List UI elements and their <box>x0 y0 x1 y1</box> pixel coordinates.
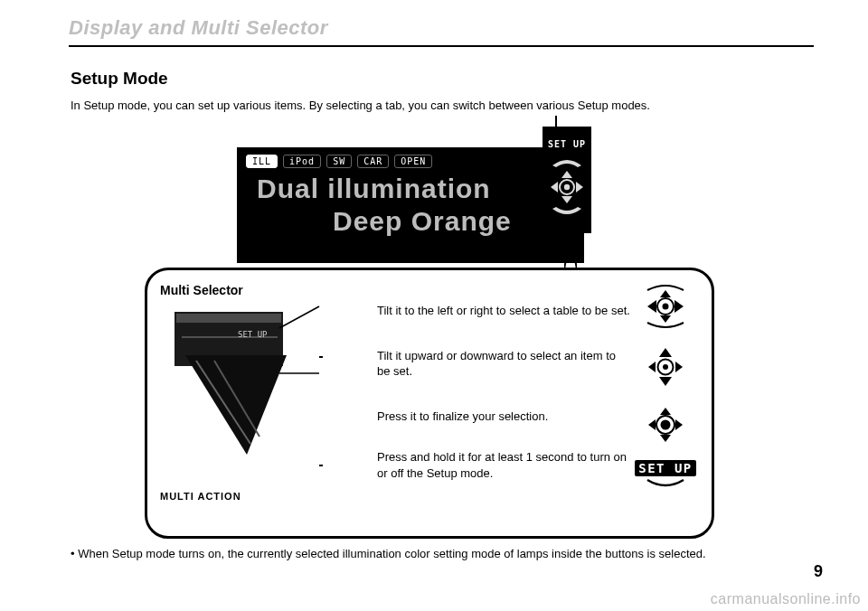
svg-marker-23 <box>648 362 656 372</box>
setup-tab-label: SET UP <box>548 139 586 149</box>
svg-marker-27 <box>660 408 671 415</box>
svg-point-5 <box>564 183 570 189</box>
svg-marker-24 <box>675 362 683 372</box>
watermark: carmanualsonline.info <box>711 591 861 607</box>
arc-bottom-icon <box>549 205 585 221</box>
page-title: Display and Multi Selector <box>69 16 814 40</box>
svg-point-20 <box>663 304 669 310</box>
device-display: ILL iPod SW CAR OPEN Dual illumination D… <box>237 147 584 263</box>
svg-marker-28 <box>660 435 671 442</box>
display-line-1: Dual illumination <box>257 174 584 204</box>
multi-action-heading: MULTI ACTION <box>160 491 241 502</box>
svg-text:SET UP: SET UP <box>238 330 268 339</box>
instruction-panel: Multi Selector SET UP <box>145 268 714 539</box>
tab-open: OPEN <box>394 155 432 168</box>
tab-sw: SW <box>326 155 352 168</box>
section-heading: Setup Mode <box>71 69 168 89</box>
svg-marker-10 <box>185 355 287 455</box>
multi-selector-photo: SET UP <box>160 301 323 482</box>
tilt-up-down-icon <box>643 344 688 390</box>
op-hold-text: Press and hold it for at least 1 second … <box>377 449 632 481</box>
svg-marker-22 <box>659 377 672 386</box>
svg-marker-17 <box>647 300 656 313</box>
footnote: • When Setup mode turns on, the currentl… <box>71 546 812 562</box>
svg-marker-3 <box>576 182 583 193</box>
hold-setup-icon: SET UP <box>635 460 696 491</box>
setup-callout: SET UP <box>542 127 591 233</box>
setup-label: SET UP <box>635 460 696 476</box>
op-press-text: Press it to finalize your selection. <box>377 409 632 425</box>
callout-leader-bottom <box>564 233 577 269</box>
op-tilt-lr-text: Tilt it to the left or right to select a… <box>377 303 632 319</box>
svg-marker-15 <box>660 290 671 297</box>
tilt-left-right-icon <box>640 281 691 332</box>
section-intro: In Setup mode, you can set up various it… <box>71 98 812 114</box>
svg-marker-2 <box>551 182 558 193</box>
svg-point-32 <box>661 420 671 430</box>
svg-marker-16 <box>660 315 671 323</box>
svg-rect-7 <box>176 314 281 323</box>
svg-marker-29 <box>648 419 656 430</box>
multi-selector-heading: Multi Selector <box>160 283 243 297</box>
display-line-2: Deep Orange <box>257 206 584 237</box>
svg-marker-0 <box>561 171 572 178</box>
svg-marker-1 <box>561 196 572 203</box>
tab-ipod: iPod <box>283 155 321 168</box>
op-tilt-ud-text: Tilt it upward or downward to select an … <box>377 348 632 380</box>
arc-hold-icon <box>644 478 687 491</box>
svg-marker-18 <box>675 300 684 313</box>
arc-top-icon <box>549 153 585 169</box>
tab-car: CAR <box>357 155 389 168</box>
svg-marker-30 <box>675 419 683 430</box>
page-number: 9 <box>814 562 823 581</box>
svg-line-13 <box>279 306 319 328</box>
svg-point-26 <box>663 364 668 370</box>
press-icon <box>643 402 688 447</box>
header-rule <box>69 45 814 47</box>
svg-marker-21 <box>659 348 672 357</box>
multi-selector-icon <box>549 169 585 205</box>
tab-row: ILL iPod SW CAR OPEN <box>237 147 584 168</box>
tab-ill: ILL <box>246 155 278 168</box>
